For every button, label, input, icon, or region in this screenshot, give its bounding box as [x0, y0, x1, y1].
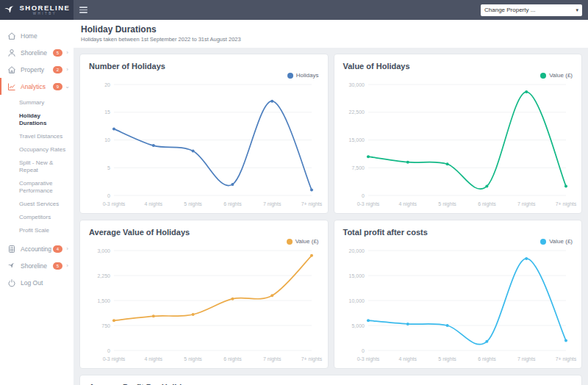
chart-title: Number of Holidays	[89, 62, 319, 71]
submenu-item-competitors[interactable]: Competitors	[0, 211, 74, 224]
sidebar-item-shoreline-2[interactable]: Shoreline 5 ›	[0, 257, 74, 274]
sidebar-item-shoreline[interactable]: Shoreline 5 ›	[0, 44, 74, 61]
svg-text:30,000: 30,000	[348, 82, 365, 87]
chart-card-average-profit-per-holiday: Average Profit Per Holiday	[79, 375, 582, 385]
svg-text:5 nights: 5 nights	[438, 356, 456, 362]
badge: 5	[53, 49, 62, 57]
svg-text:20,000: 20,000	[348, 248, 365, 253]
chart-card-number-of-holidays: Number of Holidays Holidays 051015200-3 …	[79, 54, 329, 214]
svg-text:5,000: 5,000	[351, 323, 365, 328]
sidebar: Home Shoreline 5 › Property 2 › Analytic…	[0, 20, 74, 385]
svg-text:6 nights: 6 nights	[478, 356, 496, 362]
change-property-select[interactable]: Change Property ... ▾	[481, 4, 582, 16]
calculator-icon	[7, 245, 16, 253]
chart-title: Total profit after costs	[343, 228, 573, 237]
submenu-item-split-new-repeat[interactable]: Split - New & Repeat	[0, 156, 74, 177]
legend-label: Holidays	[296, 72, 319, 79]
svg-text:0-3 nights: 0-3 nights	[356, 356, 379, 362]
page-subtitle: Holidays taken between 1st September 202…	[81, 36, 581, 43]
sidebar-item-home[interactable]: Home	[0, 27, 74, 44]
svg-text:1,500: 1,500	[97, 298, 110, 303]
sidebar-item-accounting[interactable]: Accounting 4 ›	[0, 240, 74, 257]
line-chart[interactable]: 051015200-3 nights4 nights5 nights6 nigh…	[89, 79, 319, 209]
line-chart[interactable]: 05,00010,00015,00020,0000-3 nights4 nigh…	[343, 245, 573, 364]
sidebar-item-analytics[interactable]: Analytics 9 ⌄	[0, 78, 74, 95]
line-chart[interactable]: 07,50015,00022,50030,0000-3 nights4 nigh…	[343, 79, 573, 209]
svg-text:4 nights: 4 nights	[398, 201, 417, 207]
svg-text:7 nights: 7 nights	[263, 356, 282, 362]
line-chart-icon	[7, 82, 16, 91]
person-icon	[7, 48, 16, 57]
svg-text:22,500: 22,500	[348, 109, 365, 115]
svg-text:6 nights: 6 nights	[478, 201, 496, 207]
chevron-right-icon: ›	[65, 245, 70, 252]
chevron-down-icon: ⌄	[65, 83, 70, 90]
sidebar-item-property[interactable]: Property 2 ›	[0, 61, 74, 78]
svg-text:10,000: 10,000	[348, 298, 365, 303]
badge: 5	[53, 262, 62, 270]
submenu-item-summary[interactable]: Summary	[0, 96, 74, 109]
submenu-item-occupancy-rates[interactable]: Occupancy Rates	[0, 143, 74, 156]
legend-label: Value (£)	[549, 72, 573, 79]
svg-text:0: 0	[362, 348, 365, 353]
svg-text:5: 5	[107, 165, 110, 170]
chevron-right-icon: ›	[65, 49, 70, 56]
submenu-item-travel-distances[interactable]: Travel Distances	[0, 130, 74, 143]
svg-text:5 nights: 5 nights	[438, 201, 456, 207]
svg-text:0-3 nights: 0-3 nights	[356, 201, 379, 207]
badge: 4	[53, 245, 62, 253]
svg-text:6 nights: 6 nights	[223, 201, 242, 207]
submenu-item-profit-scale[interactable]: Profit Scale	[0, 224, 74, 237]
svg-text:0-3 nights: 0-3 nights	[103, 201, 126, 207]
chevron-right-icon: ›	[65, 66, 70, 73]
svg-text:10: 10	[104, 137, 110, 143]
logo-subtitle: WHITBY	[33, 12, 57, 16]
chart-card-total-profit: Total profit after costs Value (£) 05,00…	[334, 220, 583, 369]
change-property-label: Change Property ...	[484, 7, 535, 13]
svg-text:5 nights: 5 nights	[184, 356, 202, 362]
chart-title: Average Value of Holidays	[89, 228, 319, 237]
svg-text:7,500: 7,500	[351, 165, 365, 170]
main-content: Holiday Durations Holidays taken between…	[74, 20, 588, 385]
top-bar: SHORELINE WHITBY Change Property ... ▾	[0, 0, 588, 20]
svg-text:2,250: 2,250	[97, 273, 110, 278]
chevron-down-icon: ▾	[576, 7, 578, 13]
analytics-submenu: Summary Holiday Durations Travel Distanc…	[0, 95, 74, 240]
svg-text:750: 750	[101, 323, 110, 328]
legend-dot-icon	[540, 73, 546, 79]
line-chart[interactable]: 07501,5002,2503,0000-3 nights4 nights5 n…	[89, 245, 319, 364]
svg-text:15: 15	[104, 109, 110, 115]
house-icon	[7, 65, 16, 74]
svg-text:20: 20	[104, 82, 110, 87]
page-title: Holiday Durations	[81, 24, 581, 35]
logo-title: SHORELINE	[20, 4, 71, 12]
svg-text:7 nights: 7 nights	[263, 201, 282, 207]
svg-text:15,000: 15,000	[348, 137, 365, 143]
badge: 2	[53, 66, 62, 73]
svg-text:7 nights: 7 nights	[517, 356, 535, 362]
charts-grid: Number of Holidays Holidays 051015200-3 …	[74, 48, 588, 385]
submenu-item-comparative-performance[interactable]: Comparative Performance	[0, 177, 74, 198]
submenu-item-holiday-durations[interactable]: Holiday Durations	[0, 109, 74, 130]
badge: 9	[53, 83, 62, 90]
legend-dot-icon	[287, 73, 293, 79]
app-logo[interactable]: SHORELINE WHITBY	[0, 0, 74, 20]
svg-text:7+ nights: 7+ nights	[555, 201, 576, 207]
power-icon	[7, 278, 16, 287]
sidebar-item-logout[interactable]: Log Out	[0, 274, 74, 291]
chart-title: Value of Holidays	[343, 62, 573, 71]
page-header: Holiday Durations Holidays taken between…	[74, 20, 588, 48]
svg-text:7+ nights: 7+ nights	[301, 356, 323, 362]
seagull-logo-icon	[4, 4, 16, 15]
chart-card-average-value: Average Value of Holidays Value (£) 0750…	[79, 220, 329, 369]
svg-text:0: 0	[362, 193, 365, 198]
svg-text:3,000: 3,000	[97, 248, 110, 253]
svg-text:15,000: 15,000	[348, 273, 365, 278]
svg-text:7 nights: 7 nights	[517, 201, 535, 207]
submenu-item-guest-services[interactable]: Guest Services	[0, 198, 74, 211]
svg-text:7+ nights: 7+ nights	[301, 201, 323, 207]
svg-text:0: 0	[107, 348, 110, 353]
svg-text:5 nights: 5 nights	[184, 201, 202, 207]
svg-text:7+ nights: 7+ nights	[555, 356, 576, 362]
menu-toggle-icon[interactable]	[79, 7, 87, 13]
